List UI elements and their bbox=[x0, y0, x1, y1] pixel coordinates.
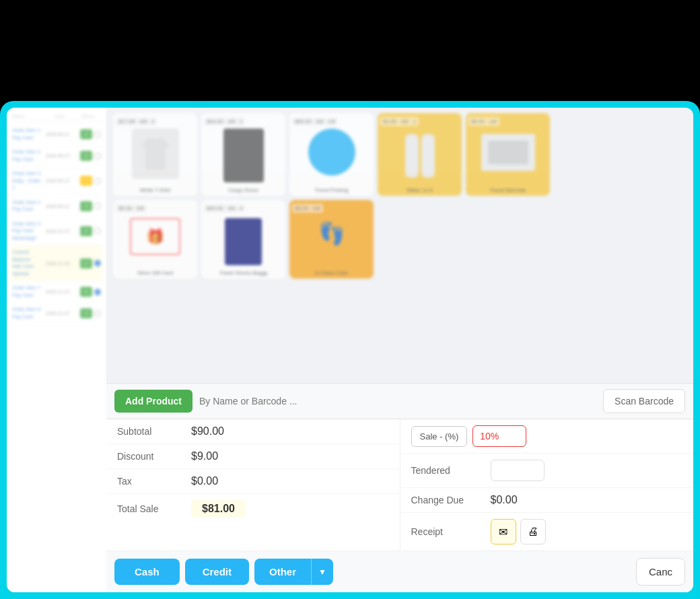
status-badge: ✓ bbox=[80, 129, 92, 139]
subtotal-row: Subtotal $90.00 bbox=[106, 419, 400, 444]
list-item[interactable]: Order Item 7Pay Card 2020-11-07 ✓ bbox=[11, 281, 102, 303]
total-sale-value: $81.00 bbox=[191, 500, 246, 518]
col-status: Status bbox=[81, 114, 101, 118]
product-item[interactable]: $17.99 · 4/8 · 2 White T-Shirt bbox=[113, 113, 197, 196]
list-item[interactable]: Order Item 8Pay Card 2020-11-07 ✓ bbox=[11, 303, 102, 324]
email-receipt-button[interactable]: ✉ bbox=[491, 519, 516, 544]
tendered-label: Tendered bbox=[411, 465, 485, 476]
action-dot bbox=[94, 227, 101, 234]
list-item[interactable]: Order Item 5Pay Card Advantage 2020-10-2… bbox=[11, 217, 102, 246]
cancel-button[interactable]: Canc bbox=[636, 558, 685, 586]
total-sale-row: Total Sale $81.00 bbox=[106, 494, 400, 524]
change-due-label: Change Due bbox=[411, 495, 485, 505]
change-due-value: $0.00 bbox=[491, 494, 518, 506]
product-item[interactable]: $0.00 · 4/8 👣 E-Class Card bbox=[289, 200, 374, 279]
bottom-panel: Add Product Scan Barcode Subtotal $90.00 bbox=[106, 383, 693, 592]
tendered-input[interactable] bbox=[491, 460, 545, 481]
action-dot bbox=[94, 310, 101, 317]
tax-label: Tax bbox=[117, 476, 191, 487]
tendered-row: Tendered bbox=[400, 454, 694, 488]
cash-button[interactable]: Cash bbox=[114, 559, 180, 585]
search-input[interactable] bbox=[199, 392, 596, 411]
status-badge: ✓ bbox=[80, 287, 92, 297]
status-badge: ✓ bbox=[80, 151, 92, 161]
scan-barcode-button[interactable]: Scan Barcode bbox=[603, 389, 685, 413]
sale-badge-button[interactable]: Sale - (%) bbox=[411, 426, 468, 447]
list-item[interactable]: Order Item 3Daily - Order 1 2020-06-27 ! bbox=[11, 167, 102, 196]
product-item[interactable]: $65.00 · 4/8 · 1/8 Trend Printing bbox=[289, 113, 374, 196]
receipt-row: Receipt ✉ 🖨 bbox=[400, 513, 694, 551]
tax-value: $0.00 bbox=[191, 475, 218, 487]
status-badge: ✓ bbox=[80, 226, 92, 236]
action-dot bbox=[94, 153, 101, 160]
payment-buttons-bar: Cash Credit Other ▼ Canc bbox=[106, 551, 693, 592]
product-grid: $17.99 · 4/8 · 2 White T-Shirt $44.00 · … bbox=[106, 108, 693, 383]
action-dot bbox=[94, 289, 101, 295]
col-name: Name bbox=[12, 114, 38, 118]
status-badge: ✓ bbox=[80, 308, 92, 318]
other-payment-button[interactable]: Other ▼ bbox=[254, 559, 333, 585]
discount-label: Discount bbox=[117, 451, 191, 462]
action-dot bbox=[94, 203, 101, 209]
action-dot bbox=[94, 260, 101, 267]
other-payment-chevron: ▼ bbox=[311, 559, 333, 585]
subtotal-label: Subtotal bbox=[117, 426, 191, 437]
receipt-label: Receipt bbox=[411, 526, 485, 537]
total-sale-label: Total Sale bbox=[117, 503, 191, 514]
list-item[interactable]: Order Item 1Pay Card 2020-06-27 ✓ bbox=[11, 124, 102, 145]
product-item[interactable]: $45.00 · 4/8 · 4 Travel Shorts Baggy bbox=[201, 200, 285, 279]
list-item[interactable]: Order Item 4Pay Card 2020-06-27 ✓ bbox=[11, 196, 102, 217]
add-product-bar: Add Product Scan Barcode bbox=[106, 384, 693, 419]
action-dot bbox=[94, 178, 101, 184]
list-item[interactable]: Order Item 2Pay Card 2020-06-27 ✓ bbox=[11, 145, 102, 167]
col-date: Date bbox=[41, 114, 78, 118]
add-product-button[interactable]: Add Product bbox=[114, 390, 193, 413]
list-item[interactable]: Current BalanceHair Care Special 2020-11… bbox=[11, 246, 102, 281]
credit-button[interactable]: Credit bbox=[185, 559, 249, 585]
product-item[interactable]: $2.99 · 4/8 · 1 Water 12.0 bbox=[378, 113, 462, 196]
discount-input[interactable] bbox=[473, 425, 526, 447]
sidebar: Name Date Status Order Item 1Pay Card 20… bbox=[7, 108, 106, 592]
status-badge: ✓ bbox=[80, 258, 92, 269]
sale-discount-row: Sale - (%) bbox=[400, 419, 694, 454]
print-receipt-button[interactable]: 🖨 bbox=[520, 519, 546, 544]
discount-row: Discount $9.00 bbox=[106, 444, 400, 469]
product-item[interactable]: $0.00 · 1/8 Travel Barcode bbox=[466, 113, 550, 196]
status-badge: ! bbox=[80, 176, 92, 186]
product-item[interactable]: $44.00 · 4/8 · 1 Cargo Dress bbox=[201, 113, 285, 196]
tax-row: Tax $0.00 bbox=[106, 469, 400, 494]
discount-value: $9.00 bbox=[191, 450, 218, 462]
other-payment-label: Other bbox=[254, 559, 311, 585]
product-item[interactable]: $5.00 · 4/8 🎁 Store Gift Card bbox=[113, 200, 197, 279]
subtotal-value: $90.00 bbox=[191, 425, 224, 437]
action-dot bbox=[94, 131, 101, 138]
status-badge: ✓ bbox=[80, 201, 92, 211]
change-due-row: Change Due $0.00 bbox=[400, 488, 694, 513]
